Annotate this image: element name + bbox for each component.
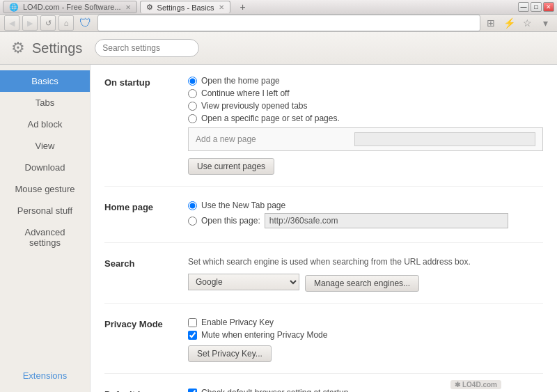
sidebar-item-advanced-settings[interactable]: Advanced settings: [0, 221, 90, 253]
privacy-enable-key: Enable Privacy Key: [188, 317, 543, 327]
tab-settings-close[interactable]: ✕: [219, 3, 224, 11]
lo4d-watermark: ✱ LO4D.com: [450, 380, 501, 389]
tab-lo4d[interactable]: 🌐 LO4D.com - Free Software... ✕: [3, 1, 137, 13]
titlebar-left: 🌐 LO4D.com - Free Software... ✕ ⚙ Settin…: [3, 0, 250, 14]
settings-gear-icon: ⚙: [11, 39, 25, 57]
close-button[interactable]: ✕: [543, 2, 554, 12]
startup-label: On startup: [104, 76, 188, 175]
tab-settings-icon: ⚙: [146, 3, 153, 12]
startup-add-page-input[interactable]: [354, 132, 535, 146]
homepage-new-tab-label: Use the New Tab page: [201, 201, 285, 210]
privacy-enable-key-checkbox[interactable]: [188, 318, 197, 327]
startup-section: On startup Open the home page Continue w…: [104, 76, 543, 187]
home-button[interactable]: ⌂: [58, 15, 74, 31]
privacy-section: Privacy Mode Enable Privacy Key Mute whe…: [104, 317, 543, 374]
privacy-content: Enable Privacy Key Mute when entering Pr…: [188, 317, 543, 362]
back-button[interactable]: ◀: [4, 15, 19, 31]
homepage-open-this-radio[interactable]: [188, 217, 197, 226]
use-current-pages-button[interactable]: Use current pages: [188, 158, 274, 175]
sidebar-item-mouse-gesture[interactable]: Mouse gesture: [0, 178, 90, 200]
lightning-icon[interactable]: ⚡: [501, 15, 517, 31]
sidebar-item-basics[interactable]: Basics: [0, 70, 90, 92]
startup-view-prev-radio[interactable]: [188, 102, 197, 111]
menu-icon[interactable]: ▾: [538, 15, 553, 31]
sidebar-item-view[interactable]: View: [0, 135, 90, 157]
extensions-icon[interactable]: ⊞: [483, 15, 499, 31]
page-wrapper: 🌐 LO4D.com - Free Software... ✕ ⚙ Settin…: [0, 0, 557, 392]
homepage-label: Home page: [104, 201, 188, 231]
maximize-button[interactable]: □: [531, 2, 542, 12]
sidebar: Basics Tabs Ad block View Download Mouse…: [0, 65, 91, 392]
sidebar-item-extensions[interactable]: Extensions: [0, 365, 90, 386]
titlebar: 🌐 LO4D.com - Free Software... ✕ ⚙ Settin…: [0, 0, 557, 15]
startup-open-home-radio[interactable]: [188, 77, 197, 86]
minimize-button[interactable]: —: [518, 2, 529, 12]
navbar: ◀ ▶ ↺ ⌂ 🛡 ⊞ ⚡ ☆ ▾: [0, 15, 557, 32]
homepage-new-tab-radio[interactable]: [188, 201, 197, 210]
default-browser-checkbox[interactable]: [188, 389, 197, 393]
startup-open-specific-radio[interactable]: [188, 114, 197, 123]
default-browser-check-label: Check default browser setting at startup: [201, 388, 348, 392]
search-description: Set which search engine is used when sea…: [188, 257, 543, 267]
homepage-new-tab: Use the New Tab page: [188, 201, 543, 210]
startup-open-home-label: Open the home page: [201, 76, 280, 86]
startup-open-specific-label: Open a specific page or set of pages.: [201, 113, 340, 123]
startup-view-prev-label: View previously opened tabs: [201, 101, 308, 111]
sidebar-item-personal-stuff[interactable]: Personal stuff: [0, 200, 90, 221]
settings-search-input[interactable]: [95, 39, 199, 57]
privacy-mute-checkbox[interactable]: [188, 331, 197, 340]
startup-view-prev: View previously opened tabs: [188, 101, 543, 111]
content-wrapper: Basics Tabs Ad block View Download Mouse…: [0, 65, 557, 392]
settings-content: On startup Open the home page Continue w…: [91, 65, 557, 392]
privacy-label: Privacy Mode: [104, 317, 188, 362]
default-browser-label: Default browser: [104, 388, 188, 392]
startup-continue-radio[interactable]: [188, 89, 197, 98]
tab-settings-label: Settings - Basics: [157, 3, 214, 12]
tab-lo4d-label: LO4D.com - Free Software...: [23, 3, 121, 11]
sidebar-item-tabs[interactable]: Tabs: [0, 92, 90, 113]
settings-header: ⚙ Settings: [0, 32, 557, 65]
homepage-content: Use the New Tab page Open this page:: [188, 201, 543, 231]
tab-settings[interactable]: ⚙ Settings - Basics ✕: [140, 1, 230, 13]
privacy-mute: Mute when entering Privacy Mode: [188, 330, 543, 340]
startup-continue: Continue where I left off: [188, 88, 543, 98]
sidebar-item-download[interactable]: Download: [0, 157, 90, 178]
tab-lo4d-close[interactable]: ✕: [125, 3, 131, 11]
startup-open-specific: Open a specific page or set of pages.: [188, 113, 543, 123]
homepage-open-this: Open this page:: [188, 213, 543, 228]
startup-continue-label: Continue where I left off: [201, 88, 290, 98]
privacy-enable-key-label: Enable Privacy Key: [201, 317, 274, 327]
search-section: Search Set which search engine is used w…: [104, 257, 543, 304]
set-privacy-key-button[interactable]: Set Privacy Key...: [188, 345, 272, 362]
search-engine-dropdown[interactable]: Google Bing Yahoo: [188, 274, 299, 290]
titlebar-controls: — □ ✕: [518, 2, 554, 12]
shield-icon: 🛡: [77, 16, 95, 31]
tab-lo4d-icon: 🌐: [9, 3, 19, 12]
search-content: Set which search engine is used when sea…: [188, 257, 543, 292]
homepage-section: Home page Use the New Tab page Open this…: [104, 201, 543, 243]
manage-search-engines-button[interactable]: Manage search engines...: [305, 275, 419, 292]
startup-add-page-text: Add a new page: [196, 134, 256, 144]
privacy-mute-label: Mute when entering Privacy Mode: [201, 330, 327, 340]
startup-add-page-box: Add a new page: [188, 127, 543, 151]
homepage-url-input[interactable]: [265, 213, 508, 228]
refresh-button[interactable]: ↺: [40, 15, 56, 31]
search-controls: Google Bing Yahoo Manage search engines.…: [188, 272, 543, 292]
startup-content: Open the home page Continue where I left…: [188, 76, 543, 175]
forward-button[interactable]: ▶: [22, 15, 38, 31]
address-bar[interactable]: [97, 15, 480, 31]
new-tab-button[interactable]: +: [236, 0, 250, 14]
startup-open-home: Open the home page: [188, 76, 543, 86]
star-icon[interactable]: ☆: [519, 15, 535, 31]
sidebar-item-adblock[interactable]: Ad block: [0, 113, 90, 135]
settings-title: Settings: [32, 40, 82, 56]
search-label: Search: [104, 257, 188, 292]
homepage-open-this-label: Open this page:: [201, 216, 260, 226]
